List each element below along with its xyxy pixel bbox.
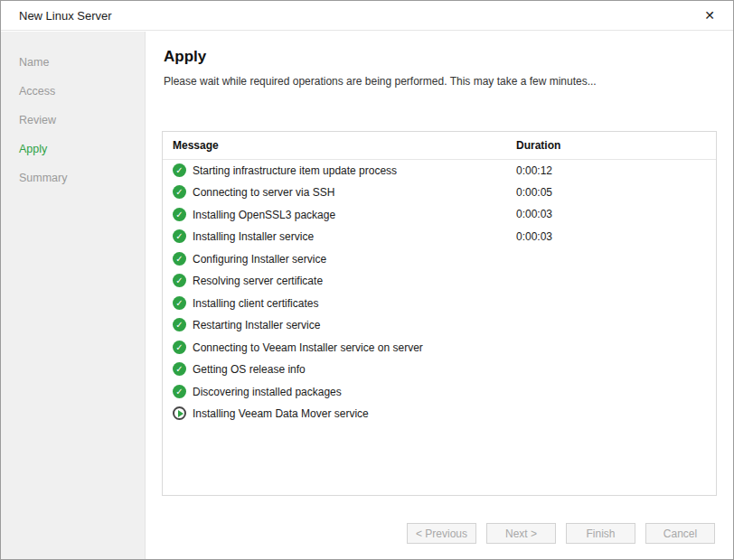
wizard-buttons: < Previous Next > Finish Cancel	[407, 523, 715, 544]
message-text: Connecting to server via SSH	[193, 186, 334, 199]
message-text: Starting infrastructure item update proc…	[193, 164, 397, 177]
sidebar-item-name[interactable]: Name	[1, 48, 145, 77]
check-icon	[173, 296, 186, 310]
in-progress-icon	[173, 406, 186, 420]
table-row: Installing client certificates	[163, 292, 716, 314]
cancel-button[interactable]: Cancel	[645, 523, 715, 544]
message-text: Installing Veeam Data Mover service	[193, 407, 369, 420]
duration-text: 0:00:05	[506, 182, 716, 204]
check-icon	[173, 385, 186, 398]
window-title: New Linux Server	[19, 9, 112, 23]
check-icon	[173, 318, 186, 331]
new-linux-server-window: New Linux Server ✕ NameAccessReviewApply…	[0, 0, 734, 560]
progress-table: Message Duration Starting infrastructure…	[162, 131, 717, 496]
page-description: Please wait while required operations ar…	[164, 75, 717, 88]
duration-text	[506, 314, 716, 337]
check-icon	[173, 274, 186, 287]
message-text: Configuring Installer service	[193, 252, 326, 265]
message-text: Installing client certificates	[193, 296, 318, 309]
message-text: Installing Installer service	[193, 230, 314, 243]
table-row: Installing OpenSSL3 package0:00:03	[163, 203, 716, 226]
message-text: Installing OpenSSL3 package	[193, 208, 335, 220]
sidebar-item-review[interactable]: Review	[1, 106, 145, 135]
column-header-message: Message	[163, 132, 506, 159]
table-row: Discovering installed packages	[163, 380, 716, 403]
progress-table-body: Starting infrastructure item update proc…	[163, 159, 716, 425]
apply-step-content: Apply Please wait while required operati…	[146, 32, 733, 559]
table-row: Connecting to server via SSH0:00:05	[163, 182, 716, 204]
table-row: Restarting Installer service	[163, 314, 716, 337]
table-row: Starting infrastructure item update proc…	[163, 159, 716, 182]
table-row: Installing Veeam Data Mover service	[163, 403, 716, 425]
message-text: Connecting to Veeam Installer service on…	[193, 341, 423, 353]
message-text: Discovering installed packages	[193, 385, 342, 397]
sidebar-item-apply[interactable]: Apply	[1, 135, 145, 163]
message-text: Getting OS release info	[193, 363, 306, 376]
check-icon	[173, 208, 186, 221]
duration-text	[506, 336, 716, 359]
close-icon[interactable]: ✕	[701, 7, 719, 23]
progress-table-grid: Message Duration Starting infrastructure…	[163, 132, 716, 425]
check-icon	[173, 252, 186, 266]
table-row: Resolving server certificate	[163, 270, 716, 293]
check-icon	[173, 341, 186, 354]
duration-text	[506, 247, 716, 270]
next-button[interactable]: Next >	[486, 523, 556, 544]
wizard-steps: NameAccessReviewApplySummary	[1, 32, 146, 559]
sidebar-item-summary[interactable]: Summary	[1, 163, 145, 192]
check-icon	[173, 163, 186, 177]
duration-text	[506, 270, 716, 293]
table-row: Getting OS release info	[163, 359, 716, 381]
column-header-duration: Duration	[506, 132, 716, 159]
duration-text	[506, 359, 716, 381]
table-row: Installing Installer service0:00:03	[163, 226, 716, 248]
duration-text	[506, 292, 716, 314]
duration-text	[506, 380, 716, 403]
message-text: Restarting Installer service	[193, 319, 320, 331]
table-row: Configuring Installer service	[163, 247, 716, 270]
duration-text: 0:00:12	[506, 159, 716, 182]
duration-text: 0:00:03	[506, 203, 716, 226]
check-icon	[173, 229, 186, 243]
check-icon	[173, 185, 186, 199]
sidebar-item-access[interactable]: Access	[1, 77, 145, 106]
duration-text: 0:00:03	[506, 226, 716, 248]
finish-button[interactable]: Finish	[566, 523, 635, 544]
page-title: Apply	[164, 48, 717, 66]
titlebar: New Linux Server ✕	[1, 1, 733, 31]
wizard-body: NameAccessReviewApplySummary Apply Pleas…	[1, 32, 733, 559]
previous-button[interactable]: < Previous	[407, 523, 476, 544]
check-icon	[173, 362, 186, 376]
duration-text	[506, 403, 716, 425]
message-text: Resolving server certificate	[193, 275, 323, 287]
table-header-row: Message Duration	[163, 132, 716, 159]
table-row: Connecting to Veeam Installer service on…	[163, 336, 716, 359]
